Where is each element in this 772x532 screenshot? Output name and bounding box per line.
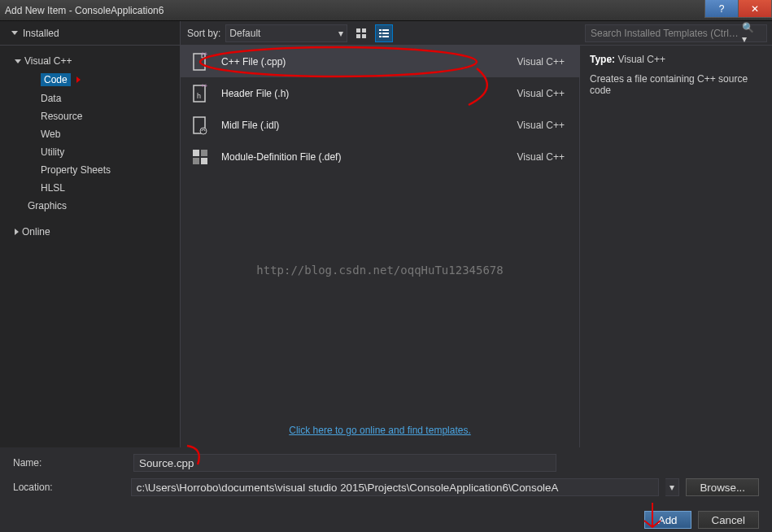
help-icon: ? <box>719 3 725 15</box>
svg-point-16 <box>200 128 207 134</box>
top-bar: Installed Sort by: Default ▾ Search Inst… <box>0 21 772 46</box>
sidebar-item-utility[interactable]: Utility <box>0 143 180 161</box>
svg-text:++: ++ <box>201 84 207 89</box>
chevron-down-icon <box>11 31 18 35</box>
svg-rect-0 <box>356 28 360 33</box>
chevron-down-icon <box>15 59 21 63</box>
close-icon: ✕ <box>751 3 759 15</box>
sidebar-item-graphics[interactable]: Graphics <box>0 197 180 215</box>
window-title: Add New Item - ConsoleApplication6 <box>5 5 164 16</box>
preview-description: Creates a file containing C++ source cod… <box>590 73 762 96</box>
def-file-icon <box>190 147 210 167</box>
installed-label: Installed <box>23 28 59 39</box>
search-placeholder: Search Installed Templates (Ctrl+E) <box>591 28 742 39</box>
search-icon: 🔍 ▾ <box>742 22 761 45</box>
template-row-module-def-file[interactable]: Module-Definition File (.def) Visual C++ <box>181 141 579 172</box>
view-grid-button[interactable] <box>352 24 370 42</box>
name-input[interactable] <box>133 454 556 472</box>
add-button[interactable]: Add <box>644 511 691 529</box>
form-area: Name: Location: ▾ Browse... <box>0 447 772 496</box>
svg-rect-17 <box>193 150 199 156</box>
find-templates-link[interactable]: Click here to go online and find templat… <box>289 425 470 436</box>
svg-text:h: h <box>197 92 201 100</box>
svg-rect-20 <box>201 158 207 164</box>
svg-text:++: ++ <box>201 52 207 57</box>
template-title: C++ File (.cpp) <box>221 56 506 68</box>
chevron-down-icon: ▾ <box>670 482 674 493</box>
sidebar-item-online[interactable]: Online <box>0 223 180 241</box>
sort-select[interactable]: Default ▾ <box>225 24 347 42</box>
help-button[interactable]: ? <box>704 0 739 18</box>
cpp-file-icon: ++ <box>190 52 210 72</box>
sidebar-item-data[interactable]: Data <box>0 89 180 107</box>
midl-file-icon <box>190 116 210 135</box>
svg-rect-7 <box>382 33 389 34</box>
svg-rect-19 <box>193 158 199 164</box>
template-list: ++ C++ File (.cpp) Visual C++ h++ Header… <box>181 46 579 413</box>
template-tag: Visual C++ <box>517 120 569 131</box>
tab-installed[interactable]: Installed <box>0 21 181 45</box>
annotation-arrow-icon <box>76 76 81 83</box>
template-tag: Visual C++ <box>517 56 569 68</box>
template-tag: Visual C++ <box>517 88 569 99</box>
template-row-cpp-file[interactable]: ++ C++ File (.cpp) Visual C++ <box>181 46 579 77</box>
chevron-down-icon: ▾ <box>338 28 343 39</box>
sidebar-item-visual-cpp[interactable]: Visual C++ <box>0 52 180 70</box>
list-icon <box>378 28 390 39</box>
svg-rect-6 <box>379 33 382 34</box>
preview-type: Type: Visual C++ <box>590 54 762 65</box>
sidebar-item-code[interactable]: Code <box>0 70 180 89</box>
close-button[interactable]: ✕ <box>738 0 772 18</box>
svg-rect-2 <box>356 34 360 38</box>
template-tag: Visual C++ <box>517 151 569 163</box>
sidebar-item-property-sheets[interactable]: Property Sheets <box>0 161 180 179</box>
svg-rect-1 <box>362 28 366 33</box>
sidebar-item-web[interactable]: Web <box>0 125 180 143</box>
cancel-button[interactable]: Cancel <box>698 511 760 529</box>
template-row-header-file[interactable]: h++ Header File (.h) Visual C++ <box>181 77 579 109</box>
chevron-right-icon <box>15 229 19 235</box>
search-input[interactable]: Search Installed Templates (Ctrl+E) 🔍 ▾ <box>585 24 767 42</box>
main-area: Visual C++ Code Data Resource Web Utilit… <box>0 46 772 447</box>
footer-buttons: Add Cancel <box>0 503 772 529</box>
template-title: Module-Definition File (.def) <box>221 151 506 163</box>
title-bar: Add New Item - ConsoleApplication6 ? ✕ <box>0 0 772 21</box>
location-input[interactable] <box>131 478 659 496</box>
sidebar: Visual C++ Code Data Resource Web Utilit… <box>0 46 181 447</box>
sort-by-label: Sort by: <box>187 28 220 39</box>
svg-rect-3 <box>362 34 366 38</box>
sidebar-item-hlsl[interactable]: HLSL <box>0 179 180 197</box>
svg-rect-18 <box>201 150 207 156</box>
svg-rect-9 <box>382 36 389 37</box>
sort-value: Default <box>229 28 260 39</box>
header-file-icon: h++ <box>190 84 210 103</box>
svg-rect-5 <box>382 29 389 31</box>
online-templates-link-row: Click here to go online and find templat… <box>181 413 579 447</box>
view-list-button[interactable] <box>375 24 393 42</box>
sidebar-item-resource[interactable]: Resource <box>0 107 180 125</box>
grid-icon <box>355 28 367 39</box>
svg-rect-8 <box>379 36 382 37</box>
template-title: Header File (.h) <box>221 88 506 99</box>
template-list-panel: ++ C++ File (.cpp) Visual C++ h++ Header… <box>181 46 580 447</box>
location-dropdown-button[interactable]: ▾ <box>665 478 680 496</box>
svg-rect-4 <box>379 29 382 31</box>
name-label: Name: <box>13 457 127 469</box>
watermark-text: http://blog.csdn.net/oqqHuTu12345678 <box>181 264 579 277</box>
template-row-midl-file[interactable]: Midl File (.idl) Visual C++ <box>181 109 579 141</box>
template-title: Midl File (.idl) <box>221 120 506 131</box>
location-label: Location: <box>13 482 124 493</box>
browse-button[interactable]: Browse... <box>686 478 759 496</box>
preview-panel: Type: Visual C++ Creates a file containi… <box>580 46 772 447</box>
